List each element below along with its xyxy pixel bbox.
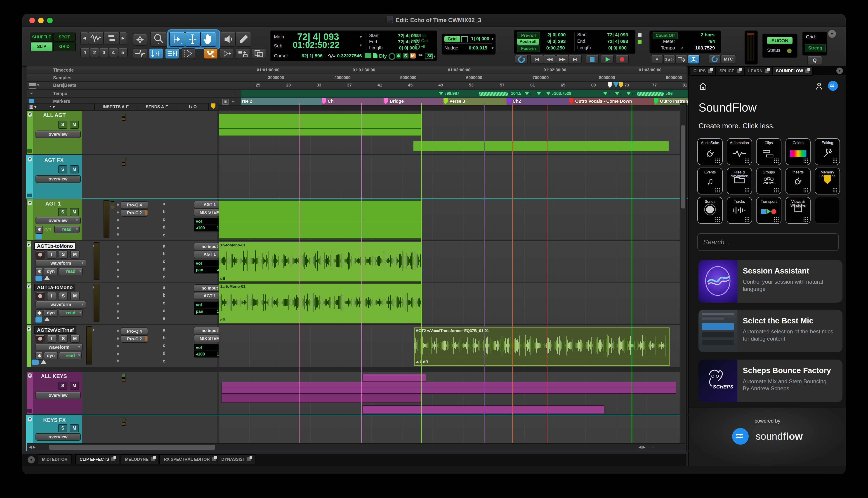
midi-clip-block[interactable] <box>221 382 676 394</box>
nudge-value[interactable]: 0:00.015 <box>469 45 487 51</box>
metronome-icon[interactable] <box>414 44 420 49</box>
grid-format-icon[interactable] <box>461 36 468 42</box>
link-timeline-edit-selection-icon[interactable] <box>204 48 218 59</box>
zoom-in-arrow-icon[interactable]: ▶ <box>119 31 127 45</box>
trim-scrub-icon[interactable] <box>133 34 147 45</box>
track-view-selector[interactable]: waveform <box>36 343 83 351</box>
global-solo-indicator[interactable]: S <box>403 53 408 58</box>
marker-view-box-icon[interactable]: ▣ <box>222 99 228 105</box>
play-button[interactable] <box>601 55 614 64</box>
target-icon[interactable] <box>388 53 395 60</box>
horizontal-scrollbar[interactable]: ◀ ▶ ◀ ▶ | − + <box>27 443 687 451</box>
vertical-scrollbar[interactable] <box>680 103 687 444</box>
clip-gain-readout[interactable]: ⏶ 0 dB <box>416 359 428 364</box>
ruler-tempo[interactable]: ▼ Tempo + ♪99.987 104.5 ♪ ♪ ♪103.7529 ♪ … <box>27 90 687 97</box>
mirrored-midi-editing-icon[interactable] <box>220 48 234 59</box>
global-mute-indicator[interactable]: M <box>410 53 416 58</box>
marker-outro-vocals[interactable]: Outro Vocals - Come Down <box>575 99 632 104</box>
mtc-button[interactable]: MTC <box>721 55 736 64</box>
zoom-preset-3[interactable]: 3 <box>99 48 109 57</box>
metronome-click-icon[interactable]: ((▲)) <box>663 55 675 64</box>
ruler-timecode[interactable]: Timecode 01:01:00:00 01:01:30:00 01:02:0… <box>27 66 687 74</box>
edit-mode-spot[interactable]: SPOT <box>53 32 76 42</box>
toolbar-options-caret-icon[interactable]: ▼ <box>828 30 836 38</box>
track-disclosure-icon[interactable]: ▼ <box>27 327 31 331</box>
insert-slot-b[interactable]: Pro-C 2 <box>121 209 148 217</box>
transport-end-value[interactable]: 72| 4| 093 <box>607 39 628 44</box>
track-name[interactable]: KEYS FX <box>43 417 66 423</box>
eucon-button[interactable]: EUCON <box>767 37 793 44</box>
link-track-edit-selection-icon[interactable] <box>165 48 179 59</box>
tile-inserts[interactable]: Inserts <box>786 168 811 195</box>
automation-follows-edit-icon[interactable] <box>236 48 250 59</box>
solo-button[interactable]: S <box>58 208 67 216</box>
midi-clip-block[interactable] <box>362 374 426 382</box>
tab-dynassist[interactable]: DYNASSIST <box>217 454 255 464</box>
zoom-preset-5[interactable]: 5 <box>118 48 128 57</box>
tempo-ruler-follow-icon[interactable] <box>675 55 687 64</box>
zoom-preset-4[interactable]: 4 <box>108 48 118 57</box>
track-view-selector[interactable]: overview <box>36 131 81 138</box>
soundflow-brand[interactable]: soundflow <box>689 428 846 445</box>
track-disclosure-icon[interactable]: ▼ <box>27 284 31 289</box>
folder-disclosure-icon[interactable]: ▼ <box>28 417 32 422</box>
mute-button[interactable]: M <box>70 335 79 343</box>
elastic-plugin-icon[interactable] <box>36 317 42 322</box>
tile-tracks[interactable]: Tracks <box>727 197 752 224</box>
conductor-track-icon[interactable] <box>688 55 700 64</box>
insertion-arrow-icon[interactable] <box>613 82 619 88</box>
loop-sync-icon[interactable] <box>709 55 720 64</box>
clip-gain-icon[interactable] <box>365 53 371 58</box>
midi-clip-block[interactable] <box>362 405 604 414</box>
delay-compensation-label[interactable]: Dly <box>379 53 387 59</box>
solo-button[interactable]: S <box>58 121 67 129</box>
record-button[interactable] <box>615 55 629 64</box>
track-lane[interactable] <box>219 372 680 414</box>
post-roll-value[interactable]: 0| 3| 293 <box>548 39 566 44</box>
panel-options-caret-icon[interactable]: ▼ <box>837 67 843 74</box>
fade-in-value[interactable]: 0:00.250 <box>546 45 565 51</box>
hscroll-left-arrow-icon[interactable]: ◀ ▶ <box>29 445 36 449</box>
tile-sends[interactable]: Sends <box>697 197 723 224</box>
tile-events[interactable]: Events♫ <box>697 168 723 195</box>
fade-in-toggle[interactable]: Fade-in <box>517 45 540 52</box>
rewind-button[interactable]: ◀◀ <box>543 55 556 64</box>
record-arm-button[interactable] <box>36 335 45 343</box>
scrubber-tool[interactable] <box>220 31 235 47</box>
marker-add-button[interactable]: + <box>231 99 234 105</box>
mute-button[interactable]: M <box>70 208 79 216</box>
speaker-icon[interactable]: ◀ <box>421 43 424 49</box>
tab-melodyne[interactable]: MELODYNE <box>121 454 159 464</box>
tile-automation[interactable]: Automation <box>727 138 752 165</box>
solo-button[interactable]: S <box>59 250 68 259</box>
track-height-zoom-icon[interactable] <box>103 31 119 45</box>
elastic-audio-global-icon[interactable]: ✱ <box>396 53 401 58</box>
search-box[interactable]: Search... <box>697 233 839 251</box>
trim-tool[interactable] <box>169 31 185 47</box>
edit-mode-slip[interactable]: SLIP <box>30 42 53 51</box>
tab-learn[interactable]: LEARN <box>744 66 773 76</box>
main-counter-caret-icon[interactable]: ▼ <box>359 35 362 39</box>
insertion-follows-playback-icon[interactable] <box>149 48 163 59</box>
track-view-selector[interactable]: overview <box>36 217 81 224</box>
tile-colors[interactable]: Colors <box>786 138 811 165</box>
input-monitor-button[interactable]: I <box>47 292 56 300</box>
input-monitor-button[interactable]: I <box>47 250 56 259</box>
midi-clip-block[interactable] <box>221 394 422 403</box>
track-disclosure-icon[interactable]: ▼ <box>27 243 31 247</box>
transport-start-value[interactable]: 72| 4| 093 <box>607 32 628 38</box>
memory-locations-shield-icon[interactable] <box>209 103 218 111</box>
zoom-preset-1[interactable]: 1 <box>80 48 90 57</box>
count-off-value[interactable]: 2 bars <box>701 32 715 38</box>
sub-counter-caret-icon[interactable]: ▼ <box>359 43 362 47</box>
folder-disclosure-icon[interactable]: ▼ <box>28 201 32 205</box>
solo-button[interactable]: S <box>59 292 68 300</box>
go-to-end-button[interactable]: ▶| <box>569 55 582 64</box>
layered-editing-icon[interactable] <box>252 48 266 59</box>
track-name[interactable]: AGT 1 <box>46 201 61 207</box>
marker-bridge[interactable]: Bridge <box>390 99 404 104</box>
ruler-samples[interactable]: Samples 3000000 4000000 5000000 6000000 … <box>27 74 687 82</box>
track-name[interactable]: ALL KEYS <box>41 374 67 379</box>
grabber-tool[interactable] <box>201 31 216 47</box>
track-lane[interactable]: 1b-toMono-01 dB <box>219 241 680 282</box>
